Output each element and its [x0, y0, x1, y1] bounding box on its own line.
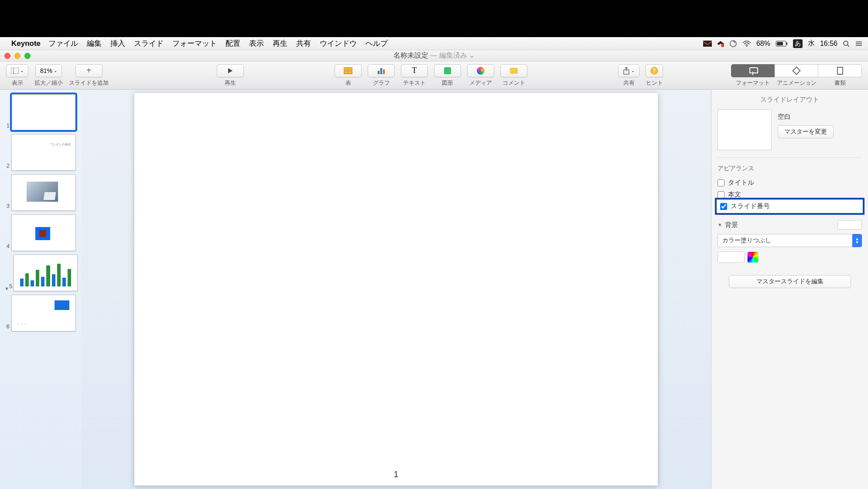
view-label: 表示: [12, 79, 23, 87]
inspector-header: スライドレイアウト: [718, 94, 862, 109]
slide-thumb-4[interactable]: 4: [0, 213, 81, 253]
slide-canvas[interactable]: 1: [134, 93, 658, 486]
menu-help[interactable]: ヘルプ: [366, 38, 388, 48]
background-disclosure[interactable]: ▼ 背景: [718, 220, 862, 230]
app-menu[interactable]: Keynote: [11, 39, 41, 48]
slide-thumb-5[interactable]: ▼ 5: [0, 253, 81, 293]
collapse-arrow-icon[interactable]: ▼: [2, 286, 9, 291]
change-master-button[interactable]: マスターを変更: [778, 125, 834, 138]
clock-day: 水: [808, 39, 815, 48]
share-icon: [623, 67, 630, 75]
wifi-icon[interactable]: [742, 41, 751, 47]
menu-insert[interactable]: 挿入: [110, 38, 125, 48]
table-button[interactable]: [335, 64, 362, 77]
shape-button[interactable]: [434, 64, 461, 77]
slide-thumb-1[interactable]: 1: [0, 92, 81, 132]
slide-number-label: 4: [2, 243, 11, 251]
slide-thumb-6[interactable]: 6 ○○○: [0, 293, 81, 333]
slide-navigator[interactable]: 1 2 プレゼンの極意 3 4 ▼ 5: [0, 90, 81, 489]
title-subtitle: 編集済み: [439, 52, 467, 59]
slide-thumbnail[interactable]: [14, 255, 78, 291]
diamond-icon: [792, 66, 801, 75]
dropbox-icon[interactable]: [717, 40, 724, 47]
chart-icon: [378, 67, 385, 74]
paint-icon: [749, 67, 756, 74]
slide-thumbnail[interactable]: ○○○: [11, 295, 76, 331]
menu-play[interactable]: 再生: [273, 38, 287, 48]
slide-number-checkbox-row[interactable]: スライド番号: [718, 200, 862, 212]
format-tab-label: フォーマット: [731, 79, 775, 87]
canvas-area[interactable]: 1: [81, 90, 711, 489]
thumb-chart: [20, 262, 71, 286]
fill-type-dropdown[interactable]: カラー塗りつぶし ▲▼: [718, 234, 862, 247]
battery-icon[interactable]: [776, 41, 788, 47]
layout-name: 空白: [778, 113, 862, 121]
background-swatch[interactable]: [837, 220, 862, 230]
menu-share[interactable]: 共有: [296, 38, 311, 48]
comment-button[interactable]: [500, 64, 527, 77]
zoom-button[interactable]: 81%⌄: [35, 64, 62, 77]
menu-view[interactable]: 表示: [249, 38, 264, 48]
slide-thumbnail[interactable]: [11, 214, 76, 251]
menu-format[interactable]: フォーマット: [172, 38, 217, 48]
slide-thumbnail[interactable]: [11, 174, 76, 211]
chart-button[interactable]: [368, 64, 395, 77]
menu-file[interactable]: ファイル: [48, 38, 78, 48]
background-label: 背景: [725, 221, 738, 229]
sync-icon[interactable]: [729, 40, 737, 48]
body-checkbox[interactable]: [718, 191, 724, 198]
menu-slide[interactable]: スライド: [134, 38, 164, 48]
slide-thumb-3[interactable]: 3: [0, 172, 81, 213]
share-label: 共有: [623, 79, 635, 87]
format-tab[interactable]: [731, 64, 775, 77]
disclosure-triangle-icon: ▼: [718, 222, 722, 227]
menu-arrange[interactable]: 配置: [226, 38, 240, 48]
slide-number-checkbox[interactable]: [720, 203, 727, 210]
body-checkbox-row[interactable]: 本文: [718, 189, 862, 200]
dropdown-arrows-icon: ▲▼: [852, 234, 862, 247]
document-tab-label: 書類: [818, 79, 862, 87]
body-checkbox-label: 本文: [728, 190, 741, 199]
hint-button[interactable]: ?: [646, 64, 663, 77]
window-close-button[interactable]: [4, 53, 10, 59]
title-checkbox[interactable]: [718, 179, 724, 186]
control-center-icon[interactable]: [855, 41, 863, 47]
slide-number-text[interactable]: 1: [393, 469, 398, 479]
media-button[interactable]: [467, 64, 494, 77]
menu-edit[interactable]: 編集: [87, 38, 102, 48]
text-button[interactable]: T: [401, 64, 428, 77]
document-tab[interactable]: [818, 64, 862, 77]
battery-percent: 68%: [756, 40, 770, 48]
add-slide-button[interactable]: +: [75, 64, 103, 77]
text-icon: T: [412, 66, 417, 75]
slide-number-label: 3: [2, 203, 11, 211]
slide-thumbnail[interactable]: プレゼンの極意: [11, 134, 76, 171]
doc-icon: [837, 67, 843, 75]
chart-label: グラフ: [373, 79, 390, 87]
comment-label: コメント: [502, 79, 525, 87]
document-title[interactable]: 名称未設定 — 編集済み ⌄: [393, 51, 475, 60]
window-minimize-button[interactable]: [14, 53, 21, 59]
gmail-icon[interactable]: [703, 41, 712, 47]
edit-master-button[interactable]: マスタースライドを編集: [729, 275, 851, 288]
spotlight-icon[interactable]: [843, 40, 850, 47]
animation-tab[interactable]: [775, 64, 818, 77]
comment-icon: [510, 68, 518, 74]
main-area: 1 2 プレゼンの極意 3 4 ▼ 5: [0, 90, 868, 489]
color-well[interactable]: [718, 251, 745, 263]
slide-thumb-2[interactable]: 2 プレゼンの極意: [0, 132, 81, 172]
color-picker-button[interactable]: [747, 251, 759, 263]
menu-window[interactable]: ウインドウ: [320, 38, 357, 48]
status-area: 68% あ 水 16:56: [703, 39, 863, 48]
play-button[interactable]: [217, 64, 244, 77]
slide-thumbnail[interactable]: [11, 94, 76, 131]
view-button[interactable]: ⌄: [6, 64, 28, 77]
slide-number-checkbox-label: スライド番号: [731, 202, 770, 210]
window-zoom-button[interactable]: [24, 53, 31, 59]
share-button[interactable]: ⌄: [618, 64, 639, 77]
ime-indicator[interactable]: あ: [793, 39, 803, 48]
svg-rect-6: [786, 42, 787, 45]
thumb-text: プレゼンの極意: [50, 142, 71, 147]
title-checkbox-row[interactable]: タイトル: [718, 177, 862, 189]
thumb-shape: [35, 227, 50, 240]
